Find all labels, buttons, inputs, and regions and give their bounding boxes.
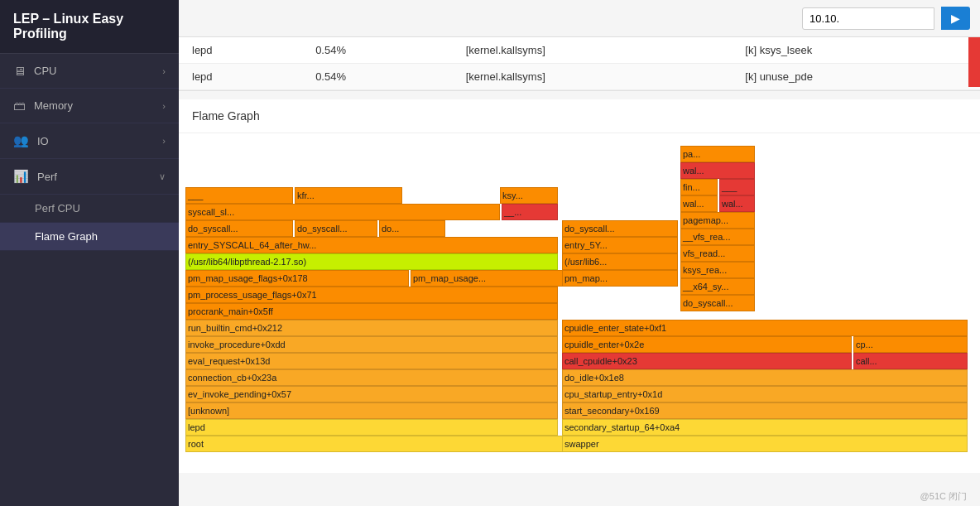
flame-block[interactable]: procrank_main+0x5ff [185, 303, 558, 320]
flame-block[interactable]: __vfs_rea... [680, 229, 755, 245]
sidebar-item-perf-label: Perf [37, 171, 57, 183]
watermark: @51C 闭门 [920, 490, 967, 503]
flame-block[interactable]: call_cpuidle+0x23 [562, 353, 852, 369]
flame-block[interactable]: do_syscall... [680, 295, 755, 311]
flame-block[interactable]: vfs_read... [680, 245, 755, 262]
header-bar: ▶ [179, 0, 980, 37]
flame-graph-section: Flame Graph rootlepd[unknown]ev_invoke_p… [179, 99, 980, 473]
flame-block[interactable]: __x64_sy... [680, 278, 755, 295]
flame-block[interactable]: do_syscall... [295, 220, 377, 237]
memory-chevron-icon: › [162, 101, 166, 111]
run-button[interactable]: ▶ [941, 7, 970, 30]
flame-block[interactable]: __... [502, 204, 558, 220]
flame-block[interactable]: run_builtin_cmd+0x212 [185, 320, 558, 336]
flame-block[interactable]: ev_invoke_pending+0x57 [185, 386, 558, 402]
flame-block[interactable]: eval_request+0x13d [185, 353, 558, 369]
sidebar-item-perf-cpu[interactable]: Perf CPU [0, 195, 179, 223]
flame-block[interactable]: kfr... [295, 187, 402, 204]
flame-block[interactable]: pm_map_usage_flags+0x178 [185, 270, 409, 287]
sidebar-item-perf[interactable]: 📊 Perf ∨ [0, 159, 179, 195]
flame-block[interactable]: pm_process_usage_flags+0x71 [185, 287, 558, 303]
perf-chevron-icon: ∨ [159, 171, 166, 182]
cpu-icon: 🖥 [13, 64, 26, 78]
flame-block[interactable]: do_syscall... [185, 220, 293, 237]
perf-cpu-label: Perf CPU [35, 202, 80, 214]
flame-block[interactable]: do_syscall... [562, 220, 678, 237]
perf-table: lepd0.54%[kernel.kallsyms][k] ksys_lseek… [179, 37, 980, 90]
sidebar-item-io[interactable]: 👥 IO › [0, 123, 179, 159]
sidebar-item-io-label: IO [37, 135, 49, 147]
sidebar-item-cpu-label: CPU [34, 65, 56, 77]
table-row: lepd0.54%[kernel.kallsyms][k] ksys_lseek [179, 37, 980, 64]
flame-block[interactable]: cpuidle_enter_state+0xf1 [562, 320, 968, 336]
flame-block[interactable]: secondary_startup_64+0xa4 [562, 419, 968, 436]
sidebar-item-cpu[interactable]: 🖥 CPU › [0, 54, 179, 89]
table-row: lepd0.54%[kernel.kallsyms][k] unuse_pde [179, 64, 980, 90]
flame-block[interactable]: lepd [185, 419, 558, 436]
flame-block[interactable]: wal... [680, 195, 718, 212]
flame-graph-canvas: rootlepd[unknown]ev_invoke_pending+0x57c… [185, 142, 963, 456]
sidebar: LEP – Linux Easy Profiling 🖥 CPU › 🗃 Mem… [0, 0, 179, 506]
io-chevron-icon: › [162, 136, 166, 146]
flame-block[interactable]: call... [853, 353, 968, 369]
flame-graph-title: Flame Graph [179, 99, 980, 133]
flame-block[interactable]: ksy... [500, 187, 558, 204]
cpu-chevron-icon: › [162, 66, 166, 76]
app-title: LEP – Linux Easy Profiling [0, 0, 179, 54]
flame-graph-label: Flame Graph [35, 230, 98, 243]
flame-block[interactable]: pagemap... [680, 212, 755, 229]
red-side-bar [968, 37, 980, 87]
memory-icon: 🗃 [13, 99, 26, 113]
sidebar-item-memory[interactable]: 🗃 Memory › [0, 89, 179, 123]
flame-container: rootlepd[unknown]ev_invoke_pending+0x57c… [179, 133, 980, 473]
flame-block[interactable]: entry_SYSCALL_64_after_hw... [185, 237, 558, 253]
flame-block[interactable]: do_idle+0x1e8 [562, 369, 968, 386]
flame-block[interactable]: (/usr/lib6... [562, 253, 678, 270]
perf-table-section: lepd0.54%[kernel.kallsyms][k] ksys_lseek… [179, 37, 980, 91]
io-icon: 👥 [13, 133, 29, 148]
flame-block[interactable]: ___ [185, 187, 293, 204]
flame-block[interactable]: (/usr/lib64/libpthread-2.17.so) [185, 253, 558, 270]
flame-block[interactable]: cpuidle_enter+0x2e [562, 336, 852, 353]
sidebar-item-flame-graph[interactable]: Flame Graph [0, 223, 179, 251]
flame-block[interactable]: cpu_startup_entry+0x1d [562, 386, 968, 402]
flame-block[interactable]: syscall_sl... [185, 204, 500, 220]
flame-block[interactable]: ksys_rea... [680, 262, 755, 278]
flame-block[interactable]: ___ [719, 179, 755, 195]
flame-block[interactable]: pa... [680, 146, 755, 162]
flame-block[interactable]: wal... [719, 195, 755, 212]
flame-block[interactable]: cp... [853, 336, 968, 353]
ip-input[interactable] [802, 7, 934, 30]
flame-block[interactable]: start_secondary+0x169 [562, 402, 968, 419]
flame-block[interactable]: [unknown] [185, 402, 558, 419]
flame-block[interactable]: do... [379, 220, 445, 237]
flame-block[interactable]: swapper [562, 436, 968, 452]
main-content: ▶ lepd0.54%[kernel.kallsyms][k] ksys_lse… [179, 0, 980, 506]
flame-block[interactable]: invoke_procedure+0xdd [185, 336, 558, 353]
flame-block[interactable]: entry_5Y... [562, 237, 678, 253]
flame-block[interactable]: fin... [680, 179, 718, 195]
flame-block[interactable]: connection_cb+0x23a [185, 369, 558, 386]
flame-block[interactable]: wal... [680, 162, 755, 179]
flame-block[interactable]: pm_map... [562, 270, 678, 287]
sidebar-item-memory-label: Memory [34, 99, 73, 112]
content-area: lepd0.54%[kernel.kallsyms][k] ksys_lseek… [179, 37, 980, 506]
perf-icon: 📊 [13, 169, 29, 184]
